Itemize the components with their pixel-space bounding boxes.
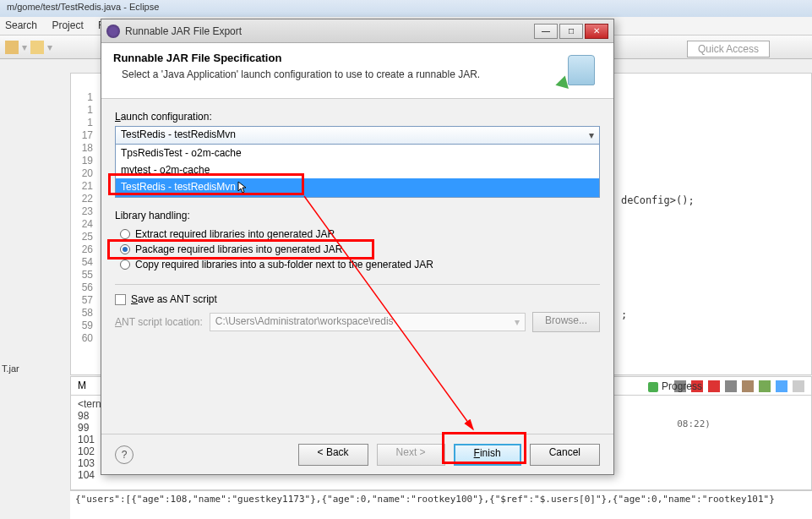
eclipse-icon xyxy=(106,25,120,38)
back-button[interactable]: < Back xyxy=(298,444,368,466)
pin-icon[interactable] xyxy=(759,380,771,392)
line-number: 17 xyxy=(74,129,93,142)
save-ant-label: Save as ANT script xyxy=(131,293,217,305)
line-number: 1 xyxy=(74,91,93,104)
radio-button[interactable] xyxy=(120,260,130,270)
launch-config-dropdown: TpsRedisTest - o2m-cachemytest - o2m-cac… xyxy=(115,145,600,198)
display-icon[interactable] xyxy=(776,380,787,392)
launch-config-combo[interactable]: TestRedis - testRedisMvn xyxy=(115,126,600,145)
line-number: 1 xyxy=(74,104,93,117)
launch-config-label: LLaunch configuration:aunch configuratio… xyxy=(115,111,600,123)
cancel-button[interactable]: Cancel xyxy=(530,444,600,466)
dialog-header: Runnable JAR File Specification Select a… xyxy=(101,43,613,99)
remove-all-icon[interactable] xyxy=(708,380,720,392)
line-numbers: 1111718192021222324252654555657585960 xyxy=(74,91,93,345)
open-console-icon[interactable] xyxy=(793,380,804,392)
line-number: 57 xyxy=(74,294,93,307)
line-number: 21 xyxy=(74,180,93,193)
radio-label: Copy required libraries into a sub-folde… xyxy=(135,259,433,270)
dialog-title: Runnable JAR File Export xyxy=(125,25,532,37)
header-title: Runnable JAR File Specification xyxy=(113,52,602,64)
line-number: 56 xyxy=(74,281,93,294)
jar-export-icon xyxy=(563,50,603,90)
line-number: 26 xyxy=(74,243,93,256)
ant-location-label: ANT script location: xyxy=(115,316,203,328)
next-button: Next > xyxy=(377,444,445,466)
eclipse-titlebar: m/gome/test/TestRedis.java - Eclipse xyxy=(0,0,812,17)
line-number: 24 xyxy=(74,218,93,231)
line-number: 22 xyxy=(74,193,93,205)
browse-button: Browse... xyxy=(532,312,600,332)
radio-button[interactable] xyxy=(120,244,130,254)
header-description: Select a 'Java Application' launch confi… xyxy=(113,68,602,80)
line-number: 58 xyxy=(74,307,93,320)
radio-label: Package required libraries into generate… xyxy=(135,243,342,255)
terminal-timestamp: 08:22) xyxy=(677,418,711,429)
dropdown-item[interactable]: TestRedis - testRedisMvn xyxy=(116,178,599,197)
minimize-button[interactable]: — xyxy=(534,24,558,39)
menu-project[interactable]: Project xyxy=(52,19,83,31)
line-number: 59 xyxy=(74,320,93,332)
radio-label: Extract required libraries into generate… xyxy=(135,228,335,240)
radio-button[interactable] xyxy=(120,229,130,239)
line-number: 23 xyxy=(74,205,93,218)
line-number: 25 xyxy=(74,231,93,243)
line-number: 60 xyxy=(74,332,93,345)
line-number: 54 xyxy=(74,256,93,269)
line-number: 19 xyxy=(74,155,93,167)
maximize-button[interactable]: □ xyxy=(559,24,583,39)
clear-icon[interactable] xyxy=(725,380,737,392)
quick-access-input[interactable]: Quick Access xyxy=(687,41,770,57)
line-number: 18 xyxy=(74,142,93,155)
dialog-titlebar[interactable]: Runnable JAR File Export — □ ✕ xyxy=(101,19,613,43)
menu-search[interactable]: Search xyxy=(5,19,37,31)
export-dialog: Runnable JAR File Export — □ ✕ Runnable … xyxy=(101,19,614,475)
ant-location-input: C:\Users\Administrator\workspace\redis xyxy=(210,313,526,331)
bottom-json-output: {"users":[{"age":108,"name":"guestkey117… xyxy=(70,490,812,519)
line-number: 1 xyxy=(74,117,93,129)
close-button[interactable]: ✕ xyxy=(585,24,608,39)
jar-file-label: T.jar xyxy=(2,363,19,374)
dialog-footer: ? < Back Next > FinishFinish Cancel xyxy=(101,434,613,474)
code-fragment-2: ; xyxy=(621,309,627,320)
library-handling-label: Library handling: xyxy=(115,210,600,221)
dropdown-item[interactable]: TpsRedisTest - o2m-cache xyxy=(116,145,599,161)
lock-icon[interactable] xyxy=(742,380,754,392)
mouse-cursor-icon xyxy=(237,181,249,194)
progress-tab[interactable]: Progress xyxy=(648,380,702,392)
help-icon[interactable]: ? xyxy=(115,445,134,464)
line-number: 20 xyxy=(74,167,93,180)
radio-option[interactable]: Extract required libraries into generate… xyxy=(115,227,600,242)
new-icon[interactable] xyxy=(5,41,19,54)
dropdown-item[interactable]: mytest - o2m-cache xyxy=(116,161,599,178)
radio-option[interactable]: Copy required libraries into a sub-folde… xyxy=(115,257,600,272)
open-icon[interactable] xyxy=(30,41,44,54)
line-number: 55 xyxy=(74,269,93,281)
bottom-tab[interactable]: M xyxy=(78,380,86,392)
save-ant-checkbox[interactable] xyxy=(115,294,126,305)
radio-option[interactable]: Package required libraries into generate… xyxy=(115,242,600,257)
code-fragment: deConfig>(); xyxy=(621,194,695,206)
finish-button[interactable]: FinishFinish xyxy=(454,444,521,466)
progress-icon xyxy=(648,382,658,392)
